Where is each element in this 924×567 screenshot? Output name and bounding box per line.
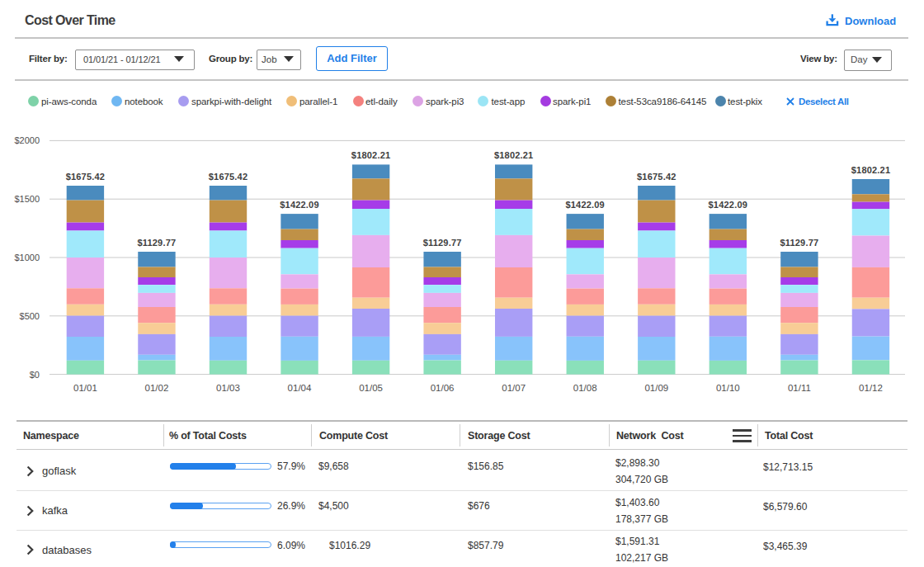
svg-text:01/03: 01/03 — [216, 383, 240, 393]
svg-text:$500: $500 — [20, 311, 40, 321]
svg-text:$1422.09: $1422.09 — [565, 200, 604, 210]
svg-text:$1422.09: $1422.09 — [709, 200, 747, 210]
svg-text:01/10: 01/10 — [716, 383, 740, 393]
svg-text:$1129.77: $1129.77 — [780, 238, 818, 248]
svg-text:$1675.42: $1675.42 — [637, 172, 676, 182]
svg-text:01/12: 01/12 — [859, 383, 883, 393]
svg-text:01/09: 01/09 — [644, 383, 668, 393]
svg-text:$1802.21: $1802.21 — [351, 150, 390, 160]
svg-text:$0: $0 — [30, 370, 40, 380]
svg-text:01/01: 01/01 — [73, 383, 97, 393]
svg-text:$1500: $1500 — [14, 194, 40, 204]
svg-text:01/02: 01/02 — [145, 383, 169, 393]
svg-text:01/06: 01/06 — [431, 383, 455, 393]
svg-text:$1129.77: $1129.77 — [423, 238, 462, 248]
svg-text:01/11: 01/11 — [788, 383, 811, 393]
svg-text:$1129.77: $1129.77 — [137, 238, 176, 248]
svg-text:$2000: $2000 — [14, 135, 40, 145]
svg-text:01/05: 01/05 — [359, 383, 383, 393]
svg-text:$1675.42: $1675.42 — [209, 172, 248, 182]
svg-text:$1802.21: $1802.21 — [494, 150, 533, 160]
svg-text:$1422.09: $1422.09 — [280, 200, 318, 210]
svg-text:$1000: $1000 — [14, 253, 40, 262]
svg-text:01/08: 01/08 — [573, 383, 597, 393]
svg-text:01/07: 01/07 — [502, 383, 526, 393]
svg-text:$1675.42: $1675.42 — [66, 172, 105, 182]
svg-text:01/04: 01/04 — [288, 383, 312, 393]
svg-text:$1802.21: $1802.21 — [851, 165, 890, 175]
